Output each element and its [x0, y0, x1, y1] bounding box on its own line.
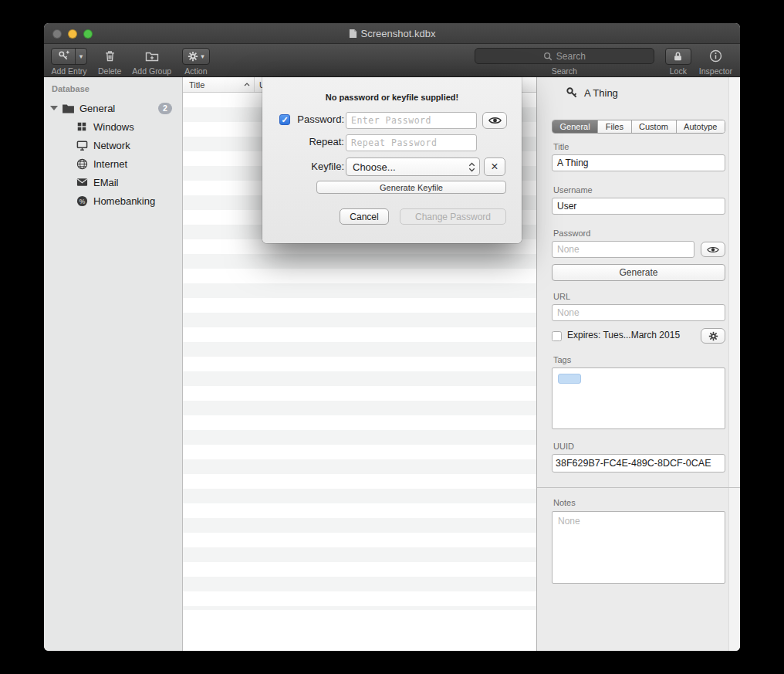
generate-password-button[interactable]: Generate [552, 264, 725, 281]
search-placeholder: Search [556, 51, 586, 62]
folder-icon [62, 103, 75, 113]
url-field[interactable] [552, 304, 725, 321]
username-label: Username [553, 185, 593, 195]
change-password-sheet: No password or keyfile supplied! ✓ Passw… [262, 77, 522, 243]
username-field[interactable] [552, 198, 725, 215]
entry-header: A Thing [566, 86, 618, 100]
sidebar-item-label: Windows [93, 121, 134, 133]
chevron-down-icon: ▾ [201, 52, 204, 60]
tag-pill[interactable] [558, 374, 581, 384]
windows-icon [76, 120, 88, 133]
inspector-label: Inspector [699, 66, 732, 76]
search-input[interactable]: Search [475, 48, 654, 64]
sheet-message: No password or keyfile supplied! [262, 93, 522, 102]
tags-box[interactable] [552, 367, 725, 429]
popup-arrows-icon [468, 162, 475, 172]
action-label: Action [184, 66, 207, 76]
delete-label: Delete [98, 66, 121, 76]
notes-label: Notes [553, 498, 576, 507]
network-icon [76, 139, 88, 151]
add-entry-label: Add Entry [51, 66, 86, 76]
tab-autotype[interactable]: Autotype [677, 120, 725, 133]
inspector-panel: A Thing General Files Custom Autotype Ti… [536, 77, 740, 651]
password-label: Password [553, 229, 590, 238]
sidebar: Database General 2 Windows Network [44, 77, 183, 651]
expires-label: Expires: Tues...March 2015 [567, 330, 680, 340]
sidebar-item-internet[interactable]: Internet [44, 154, 182, 173]
key-plus-icon[interactable] [52, 49, 75, 64]
sidebar-item-email[interactable]: EMail [44, 173, 182, 191]
dialog-repeat-input[interactable] [346, 134, 477, 151]
search-label: Search [552, 66, 577, 76]
search-icon [543, 52, 553, 61]
homebanking-icon: % [76, 195, 88, 207]
inspector-tabs: General Files Custom Autotype [552, 120, 725, 134]
sidebar-item-windows[interactable]: Windows [44, 117, 182, 136]
eye-icon [707, 246, 719, 254]
tab-custom[interactable]: Custom [632, 120, 677, 133]
dialog-reveal-password-button[interactable] [482, 112, 507, 129]
titlebar[interactable]: Screenshot.kdbx [44, 23, 740, 44]
expires-checkbox[interactable] [552, 331, 562, 341]
add-entry-button[interactable]: ▾ [51, 48, 87, 65]
lock-label: Lock [670, 66, 687, 76]
gear-icon [188, 51, 198, 62]
svg-text:%: % [79, 197, 85, 205]
sidebar-item-label: Network [93, 140, 130, 151]
inspector-toggle-button[interactable] [709, 48, 722, 65]
title-field[interactable] [552, 154, 725, 171]
keyfile-dropdown-value: Choose... [353, 161, 396, 173]
globe-icon [76, 157, 88, 170]
tab-files[interactable]: Files [598, 120, 631, 133]
tab-general[interactable]: General [553, 120, 598, 133]
document-icon [349, 29, 357, 39]
email-icon [76, 176, 88, 188]
action-button[interactable]: ▾ [182, 48, 210, 65]
toolbar-item-search: Search Search [475, 47, 654, 76]
clear-keyfile-button[interactable]: × [484, 157, 505, 176]
info-icon [709, 49, 722, 63]
entry-title-text: A Thing [584, 87, 618, 99]
expires-settings-button[interactable] [701, 328, 725, 344]
sidebar-item-homebanking[interactable]: % Homebanking [44, 191, 182, 210]
app-window: Screenshot.kdbx ▾ Add Entry [44, 23, 740, 651]
dialog-keyfile-label: Keyfile: [262, 158, 344, 175]
dialog-password-label: Password: [262, 111, 344, 128]
delete-button[interactable] [103, 48, 117, 65]
entry-count-badge: 2 [158, 103, 172, 114]
uuid-field[interactable] [552, 454, 725, 472]
trash-icon [103, 49, 117, 63]
sidebar-section-header: Database [44, 77, 182, 99]
sidebar-item-network[interactable]: Network [44, 136, 182, 154]
reveal-password-button[interactable] [701, 242, 725, 257]
toolbar-item-action: ▾ Action [182, 47, 210, 76]
generate-keyfile-button[interactable]: Generate Keyfile [316, 181, 506, 194]
window-title: Screenshot.kdbx [44, 23, 740, 43]
inspector-scrollbar[interactable] [728, 77, 740, 651]
notes-field[interactable] [552, 511, 725, 584]
sidebar-item-label: EMail [93, 177, 119, 188]
toolbar-item-inspector: Inspector [699, 47, 732, 76]
dialog-password-input[interactable] [346, 112, 477, 129]
cancel-button[interactable]: Cancel [340, 208, 389, 225]
url-label: URL [553, 292, 570, 301]
password-field[interactable] [552, 241, 694, 258]
add-group-button[interactable] [145, 48, 159, 65]
keyfile-dropdown[interactable]: Choose... [346, 157, 480, 176]
uuid-label: UUID [553, 442, 574, 451]
chevron-down-icon[interactable]: ▾ [75, 49, 86, 64]
toolbar-item-lock: Lock [665, 47, 691, 76]
tags-label: Tags [553, 355, 571, 364]
change-password-button[interactable]: Change Password [400, 208, 506, 225]
add-group-label: Add Group [132, 66, 171, 76]
title-label: Title [553, 142, 569, 151]
sidebar-item-label: Homebanking [93, 195, 155, 207]
lock-button[interactable] [665, 48, 691, 65]
disclosure-triangle-icon[interactable] [50, 106, 58, 110]
column-header-title[interactable]: Title [183, 77, 255, 92]
column-title-label: Title [189, 80, 204, 90]
lock-icon [673, 51, 683, 62]
sidebar-group-general[interactable]: General 2 [44, 99, 182, 117]
toolbar-item-add-group: Add Group [132, 47, 171, 76]
gear-icon [708, 331, 718, 341]
